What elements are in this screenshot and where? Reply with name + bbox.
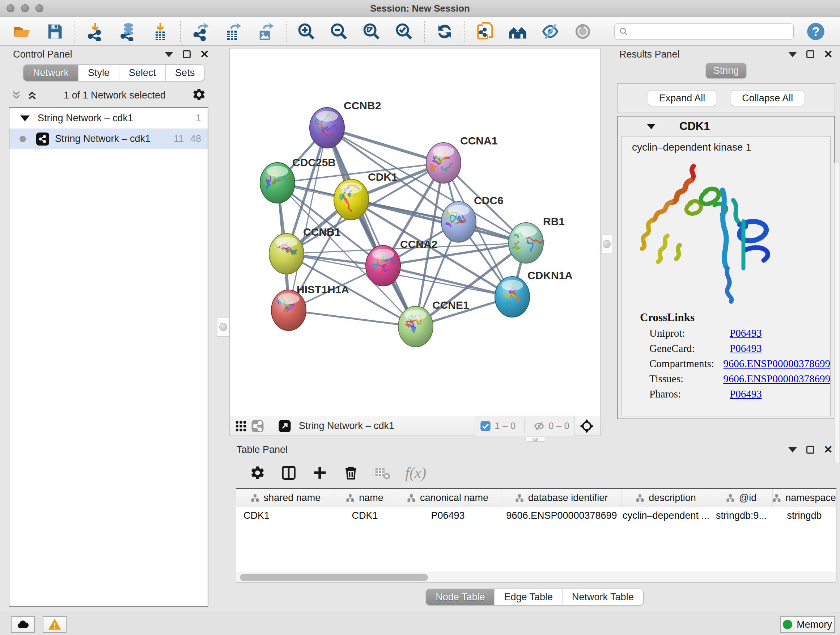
network-share-icon[interactable] — [249, 418, 266, 434]
network-node-CCNE1[interactable] — [398, 306, 433, 347]
float-panel-icon[interactable] — [183, 50, 191, 58]
help-button[interactable]: ? — [806, 22, 826, 41]
column-header-shared-name[interactable]: shared name — [236, 489, 335, 507]
right-splitter-grip[interactable] — [601, 234, 612, 253]
zoom-fit-button[interactable] — [362, 22, 381, 41]
collapse-all-button[interactable]: Collapse All — [731, 90, 804, 106]
warnings-button[interactable] — [43, 616, 66, 633]
network-canvas[interactable]: CCNB2CCNA1CDC25BCDK1CDC6RB1CCNB1CCNA2CDK… — [230, 49, 600, 416]
network-node-CDKN1A[interactable] — [495, 277, 530, 317]
tab-select[interactable]: Select — [119, 65, 166, 81]
expand-all-button[interactable]: Expand All — [648, 90, 717, 106]
select-columns-icon[interactable] — [281, 465, 297, 481]
show-all-networks-button[interactable] — [508, 22, 527, 41]
tab-edge-table[interactable]: Edge Table — [494, 589, 562, 605]
expand-all-icon[interactable] — [27, 90, 38, 101]
open-session-button[interactable] — [12, 22, 32, 41]
tab-style[interactable]: Style — [79, 65, 119, 81]
close-panel-icon[interactable]: ✕ — [824, 49, 833, 60]
network-node-CCNA1[interactable] — [426, 143, 461, 183]
bottom-splitter-grip[interactable] — [525, 437, 546, 442]
table-cell[interactable]: 9606.ENSP00000378699 — [501, 510, 622, 521]
birds-eye-crosshair-icon[interactable] — [578, 418, 595, 434]
save-session-button[interactable] — [45, 22, 65, 41]
node-details-header[interactable]: CDK1 — [618, 117, 834, 136]
tab-network[interactable]: Network — [24, 65, 79, 81]
export-table-button[interactable] — [224, 22, 243, 41]
results-scrollbar[interactable] — [834, 163, 839, 463]
network-node-CCNB1[interactable] — [269, 233, 304, 274]
network-node-CDC25B[interactable] — [260, 163, 295, 203]
table-row[interactable]: CDK1CDK1P064939606.ENSP00000378699cyclin… — [236, 507, 836, 524]
collapse-entry-icon[interactable] — [647, 124, 655, 129]
left-splitter-grip[interactable] — [217, 317, 229, 337]
memory-button[interactable]: Memory — [780, 616, 835, 633]
show-hidden-button[interactable] — [573, 22, 592, 41]
panel-menu-icon[interactable] — [788, 52, 797, 57]
network-node-HIST1H1A[interactable] — [271, 290, 306, 331]
selected-checkbox-icon[interactable] — [480, 421, 491, 432]
tab-network-table[interactable]: Network Table — [562, 589, 643, 605]
crosslink-link[interactable]: 9606.ENSP00000378699 — [723, 373, 830, 385]
network-edge[interactable] — [289, 310, 416, 326]
zoom-selected-button[interactable] — [394, 22, 414, 41]
search-input[interactable] — [632, 26, 789, 37]
collapse-all-icon[interactable] — [11, 90, 22, 101]
hide-selected-button[interactable] — [540, 22, 560, 41]
apply-layout-button[interactable] — [435, 22, 454, 41]
column-header-canonical-name[interactable]: canonical name — [394, 489, 501, 507]
network-node-CCNA2[interactable] — [366, 245, 401, 286]
zoom-out-button[interactable] — [329, 22, 349, 41]
hidden-eye-icon[interactable] — [533, 420, 545, 432]
table-cell[interactable]: stringdb — [773, 510, 836, 521]
cloud-button[interactable] — [11, 616, 35, 633]
delete-column-icon[interactable] — [343, 465, 359, 481]
scrollbar-thumb[interactable] — [240, 574, 428, 581]
column-header--id[interactable]: @id — [710, 489, 773, 507]
tab-node-table[interactable]: Node Table — [426, 589, 494, 605]
network-node-CDK1[interactable] — [334, 179, 369, 220]
network-row[interactable]: String Network – cdk1 11 48 — [9, 128, 208, 149]
crosslink-link[interactable]: P06493 — [729, 342, 762, 355]
zoom-in-button[interactable] — [297, 22, 316, 41]
table-cell[interactable]: P06493 — [394, 510, 501, 521]
crosslink-link[interactable]: P06493 — [729, 327, 762, 339]
export-network-button[interactable] — [191, 22, 210, 41]
import-network-file-button[interactable] — [85, 22, 105, 41]
column-header-namespace[interactable]: namespace — [773, 489, 836, 507]
network-edge[interactable] — [289, 128, 327, 310]
close-panel-icon[interactable]: ✕ — [200, 49, 209, 60]
collection-expand-icon[interactable] — [20, 116, 30, 121]
tab-sets[interactable]: Sets — [166, 65, 204, 81]
open-in-window-icon[interactable] — [276, 418, 293, 434]
table-options-gear-icon[interactable] — [249, 465, 265, 481]
table-horizontal-scrollbar[interactable] — [236, 572, 836, 583]
grid-view-icon[interactable] — [233, 418, 249, 434]
column-header-database-identifier[interactable]: database identifier — [501, 489, 622, 507]
copy-network-button[interactable] — [475, 22, 495, 41]
table-cell[interactable]: stringdb:9... — [710, 510, 773, 521]
table-cell[interactable]: CDK1 — [236, 510, 335, 521]
export-image-button[interactable] — [256, 22, 276, 41]
add-column-icon[interactable] — [312, 465, 328, 481]
import-table-file-button[interactable] — [150, 22, 170, 41]
close-panel-icon[interactable]: ✕ — [824, 444, 833, 455]
float-panel-icon[interactable] — [806, 446, 814, 454]
network-node-RB1[interactable] — [508, 223, 544, 263]
float-panel-icon[interactable] — [806, 50, 814, 58]
import-network-database-button[interactable] — [118, 22, 137, 41]
tab-string[interactable]: String — [706, 63, 746, 78]
table-cell[interactable]: cyclin–dependent ... — [622, 510, 710, 521]
panel-menu-icon[interactable] — [788, 447, 797, 453]
table-cell[interactable]: CDK1 — [335, 510, 394, 521]
network-node-CDC6[interactable] — [441, 202, 476, 242]
panel-menu-icon[interactable] — [164, 52, 173, 57]
network-node-CCNB2[interactable] — [309, 108, 344, 148]
crosslink-link[interactable]: 9606.ENSP00000378699 — [723, 358, 830, 370]
network-edge[interactable] — [327, 128, 444, 163]
network-options-gear-icon[interactable] — [192, 87, 206, 103]
crosslink-link[interactable]: P06493 — [729, 388, 762, 400]
search-field[interactable] — [614, 23, 794, 40]
network-collection-row[interactable]: String Network – cdk1 1 — [9, 108, 208, 128]
column-header-name[interactable]: name — [335, 489, 394, 507]
